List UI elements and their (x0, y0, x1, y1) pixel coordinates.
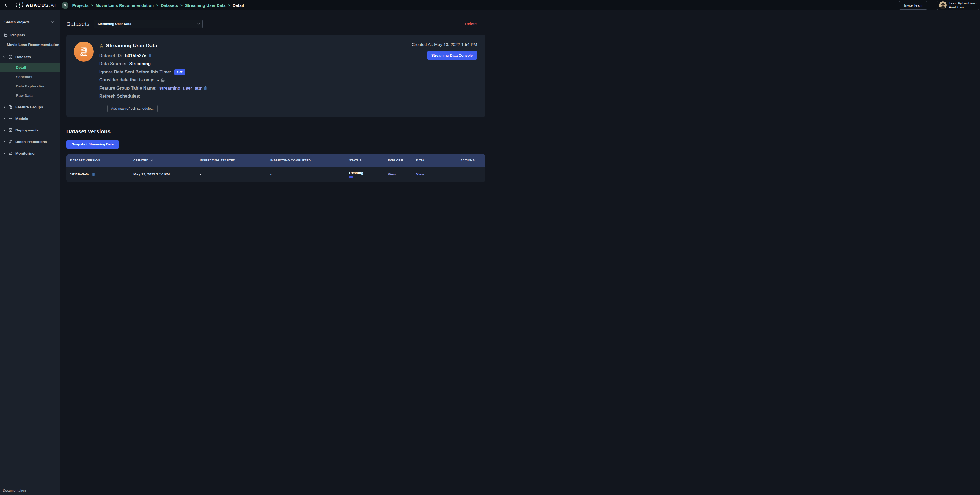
sidebar-item-label: Datasets (15, 55, 31, 59)
breadcrumb-dataset-name[interactable]: Streaming User Data (185, 3, 226, 8)
breadcrumb-project[interactable]: Movie Lens Recommendation (95, 3, 154, 8)
breadcrumb-projects[interactable]: Projects (72, 3, 89, 8)
database-icon (8, 55, 13, 59)
dataset-selector[interactable]: Streaming User Data (94, 20, 203, 28)
col-data: DATA (416, 159, 460, 162)
abacus-logo-mark-icon (16, 2, 23, 9)
col-created[interactable]: CREATED (134, 158, 200, 162)
field-refresh-schedules: Refresh Schedules: (99, 94, 207, 99)
sidebar-item-projects[interactable]: Projects (3, 32, 60, 38)
snapshot-streaming-data-button[interactable]: Snapshot Streaming Data (66, 140, 119, 148)
copy-icon[interactable] (204, 86, 207, 90)
sidebar-project-name[interactable]: Movie Lens Recommendation (7, 42, 60, 47)
breadcrumb-separator: > (91, 3, 93, 8)
streaming-dataset-icon (74, 41, 94, 62)
data-view-link[interactable]: View (416, 172, 424, 176)
edit-icon[interactable] (161, 78, 165, 82)
breadcrumb-detail: Detail (232, 3, 244, 8)
sidebar-subitem-data-exploration[interactable]: Data Exploration (0, 81, 60, 91)
sidebar-subitem-schemas[interactable]: Schemas (0, 72, 60, 81)
field-label: Consider data that is only: (99, 78, 154, 83)
feature-groups-icon (8, 105, 13, 109)
field-label: Feature Group Table Name: (99, 86, 157, 91)
sidebar: Search Projects Projects Movie Lens Reco… (0, 10, 60, 247)
sidebar-subitem-detail[interactable]: Detail (0, 63, 60, 72)
sidebar-subitem-raw-data[interactable]: Raw Data (0, 91, 60, 100)
field-data-source: Data Source: Streaming (99, 62, 207, 67)
sidebar-item-deployments[interactable]: Deployments (3, 127, 60, 133)
favorite-star-icon[interactable] (99, 43, 104, 48)
batch-predictions-icon (8, 139, 13, 144)
search-icon[interactable] (62, 2, 68, 9)
dataset-versions-table: DATASET VERSION CREATED INSPECTING START… (66, 154, 485, 182)
monitoring-icon (8, 151, 13, 155)
models-icon (8, 116, 13, 121)
sidebar-item-label: Models (15, 116, 28, 121)
main-content: Datasets Streaming User Data Delete (60, 0, 490, 182)
logo-brand-text: ABACUS.AI (26, 3, 56, 8)
search-projects-select[interactable]: Search Projects (2, 18, 56, 26)
delete-dataset-button[interactable]: Delete (465, 22, 477, 26)
consider-only-value: - (157, 78, 159, 83)
inspecting-completed-cell: - (270, 172, 349, 176)
deployments-icon (8, 128, 13, 132)
field-label: Ignore Data Sent Before this Time: (99, 70, 171, 75)
add-refresh-schedule-button[interactable]: Add new refresh schedule... (107, 105, 158, 112)
copy-icon[interactable] (148, 54, 152, 58)
sidebar-item-feature-groups[interactable]: Feature Groups (3, 104, 60, 110)
table-header-row: DATASET VERSION CREATED INSPECTING START… (66, 154, 485, 167)
version-id: 10119a6a0c (70, 172, 90, 176)
sort-desc-icon (150, 158, 154, 162)
col-explore: EXPLORE (388, 159, 416, 162)
field-feature-group-table: Feature Group Table Name: streaming_user… (99, 86, 207, 91)
breadcrumb-separator: > (156, 3, 158, 8)
abacus-logo[interactable]: ABACUS.AI (16, 2, 56, 9)
col-dataset-version: DATASET VERSION (66, 159, 134, 162)
sidebar-item-datasets[interactable]: Datasets (3, 54, 60, 60)
feature-group-table-value[interactable]: streaming_user_attr (159, 86, 202, 91)
dataset-versions-heading: Dataset Versions (66, 129, 485, 135)
created-at-text: Created At: May 13, 2022 1:54 PM (412, 42, 477, 47)
sidebar-item-label: Monitoring (15, 151, 35, 155)
chevron-down-icon (195, 22, 202, 26)
field-label: Refresh Schedules: (99, 94, 140, 99)
chevron-right-icon (3, 129, 6, 132)
datasets-submenu: Detail Schemas Data Exploration Raw Data (0, 63, 60, 100)
page-title: Datasets (66, 21, 89, 27)
dataset-title: Streaming User Data (106, 43, 157, 49)
field-ignore-before: Ignore Data Sent Before this Time: Set (99, 70, 207, 75)
version-cell: 10119a6a0c (66, 172, 134, 176)
col-actions: ACTIONS (460, 159, 485, 162)
chevron-right-icon (3, 117, 6, 121)
progress-bar (349, 176, 353, 178)
created-cell: May 13, 2022 1:54 PM (134, 172, 200, 176)
field-label: Dataset ID: (99, 53, 123, 58)
sidebar-item-label: Feature Groups (15, 105, 43, 109)
field-consider-only: Consider data that is only: - (99, 78, 207, 83)
chevron-down-icon (49, 20, 56, 24)
sidebar-item-label: Batch Predictions (15, 140, 47, 144)
sidebar-item-models[interactable]: Models (3, 116, 60, 121)
field-label: Data Source: (99, 61, 126, 66)
chevron-right-icon (3, 151, 6, 155)
dataset-id-value: b015f527e (125, 53, 146, 58)
explore-view-link[interactable]: View (388, 172, 396, 176)
search-projects-placeholder: Search Projects (2, 20, 49, 24)
inspecting-started-cell: - (200, 172, 270, 176)
breadcrumb-separator: > (180, 3, 183, 8)
data-cell: View (416, 172, 460, 176)
breadcrumb-datasets[interactable]: Datasets (161, 3, 178, 8)
back-chevron-icon[interactable] (3, 3, 8, 8)
dataset-selector-value: Streaming User Data (94, 22, 195, 26)
explore-cell: View (388, 172, 416, 176)
sidebar-item-monitoring[interactable]: Monitoring (3, 150, 60, 156)
copy-icon[interactable] (92, 172, 95, 176)
field-dataset-id: Dataset ID: b015f527e (99, 53, 207, 58)
data-source-value: Streaming (129, 61, 151, 66)
sidebar-item-batch-predictions[interactable]: Batch Predictions (3, 138, 60, 145)
streaming-data-console-button[interactable]: Streaming Data Console (427, 51, 477, 60)
set-time-button[interactable]: Set (174, 69, 185, 75)
chevron-right-icon (3, 140, 6, 143)
chevron-right-icon (3, 105, 6, 109)
status-text: Reading... (349, 171, 366, 175)
